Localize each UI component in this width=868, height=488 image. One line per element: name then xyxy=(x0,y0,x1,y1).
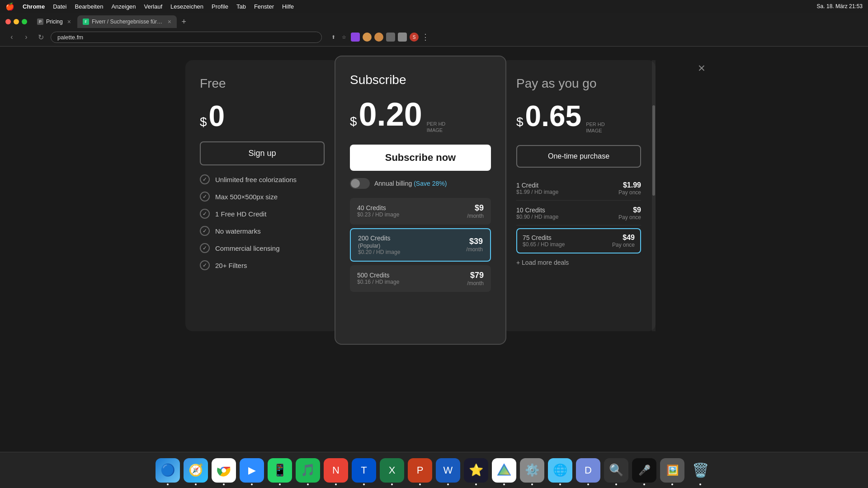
menu-profile[interactable]: Profile xyxy=(212,3,228,10)
subscribe-title: Subscribe xyxy=(350,73,491,87)
subscribe-price-label: PER HD IMAGE xyxy=(427,121,446,134)
browser-chrome: P Pricing × F Fiverr / Suchergebnisse fü… xyxy=(0,13,868,47)
plan-200-credits[interactable]: 200 Credits (Popular) $0.20 / HD image $… xyxy=(350,228,491,262)
forward-button[interactable]: › xyxy=(20,31,33,43)
payg-price-row: $ 0.65 PER HD IMAGE xyxy=(516,102,641,134)
apple-menu[interactable]: 🍎 xyxy=(5,2,14,11)
plan-500-sub: $0.16 / HD image xyxy=(357,279,399,285)
dock-trello[interactable]: T xyxy=(352,458,376,483)
payg-1-price: $1.99 xyxy=(618,181,641,189)
menu-verlauf[interactable]: Verlauf xyxy=(144,3,162,10)
share-icon[interactable]: ⬆ xyxy=(329,33,337,41)
dock-whatsapp[interactable]: 📱 xyxy=(268,458,292,483)
dock-zoom[interactable]: ▶ xyxy=(240,458,264,483)
payg-1-pay: Pay once xyxy=(618,189,641,196)
dock-audio[interactable]: 🎤 xyxy=(632,458,656,483)
tab-close-pricing[interactable]: × xyxy=(67,18,71,25)
dock-preview[interactable]: 🖼️ xyxy=(660,458,684,483)
fullscreen-window-button[interactable] xyxy=(22,19,27,24)
dock-word[interactable]: W xyxy=(436,458,460,483)
dock-safari[interactable]: 🧭 xyxy=(184,458,208,483)
dock-spotify[interactable]: 🎵 xyxy=(296,458,320,483)
free-features-list: ✓ Unlimited free colorizations ✓ Max 500… xyxy=(200,174,325,270)
feature-item: ✓ 20+ Filters xyxy=(200,260,325,270)
dock-trash[interactable]: 🗑️ xyxy=(688,458,712,483)
billing-save: (Save 28%) xyxy=(414,180,447,187)
payg-plan-1[interactable]: 1 Credit $1.99 / HD image $1.99 Pay once xyxy=(516,177,641,201)
menu-lesezeichen[interactable]: Lesezeichen xyxy=(170,3,203,10)
menu-bearbeiten[interactable]: Bearbeiten xyxy=(75,3,103,10)
menu-anzeigen[interactable]: Anzeigen xyxy=(111,3,136,10)
dock-excel[interactable]: X xyxy=(380,458,404,483)
load-more-button[interactable]: + Load more deals xyxy=(516,259,641,266)
menu-hilfe[interactable]: Hilfe xyxy=(282,3,294,10)
load-more-label: + Load more deals xyxy=(516,259,569,266)
page-content: Free $ 0 Sign up ✓ Unlimited free colori… xyxy=(0,47,868,455)
dock-system-prefs[interactable]: ⚙️ xyxy=(520,458,544,483)
scrollbar-track[interactable] xyxy=(652,60,656,331)
check-icon-5: ✓ xyxy=(200,260,210,270)
bookmark-icon[interactable]: ☆ xyxy=(340,33,348,41)
payg-10-sub: $0.90 / HD image xyxy=(516,214,558,220)
tab-close-fiverr[interactable]: × xyxy=(168,18,171,25)
plan-40-credits[interactable]: 40 Credits $0.23 / HD image $9 /month xyxy=(350,198,491,225)
traffic-lights xyxy=(5,19,27,24)
plan-500-credits[interactable]: 500 Credits $0.16 / HD image $79 /month xyxy=(350,265,491,292)
reload-button[interactable]: ↻ xyxy=(34,31,47,43)
extension-shield-icon[interactable] xyxy=(351,33,360,42)
menu-tab[interactable]: Tab xyxy=(236,3,246,10)
svg-point-2 xyxy=(222,468,226,473)
plan-40-sub: $0.23 / HD image xyxy=(357,211,399,218)
billing-toggle: Annual billing (Save 28%) xyxy=(350,178,491,189)
avatar-icon[interactable]: S xyxy=(410,33,419,42)
tab-title-fiverr: Fiverr / Suchergebnisse für „b… xyxy=(92,19,163,25)
feature-item: ✓ 1 Free HD Credit xyxy=(200,209,325,219)
free-price-dollar: $ xyxy=(200,115,207,129)
payg-10-name: 10 Credits xyxy=(516,206,558,214)
feature-label-2: 1 Free HD Credit xyxy=(215,210,266,218)
menu-dots-icon[interactable]: ⋮ xyxy=(421,33,429,41)
menu-datei[interactable]: Datei xyxy=(53,3,66,10)
new-tab-button[interactable]: + xyxy=(178,15,190,28)
annual-billing-toggle[interactable] xyxy=(350,178,370,189)
dock-powerpoint[interactable]: P xyxy=(408,458,432,483)
dock-finder[interactable]: 🔵 xyxy=(156,458,180,483)
close-pricing-button[interactable]: × xyxy=(693,60,710,76)
url-text: palette.fm xyxy=(57,34,83,41)
one-time-purchase-button[interactable]: One-time purchase xyxy=(516,145,641,168)
extension-icon-3[interactable] xyxy=(374,33,383,42)
menu-chrome[interactable]: Chrome xyxy=(23,3,45,10)
nav-buttons: ‹ › ↻ xyxy=(5,31,47,43)
payg-plan-75[interactable]: 75 Credits $0.65 / HD image $49 Pay once xyxy=(516,228,641,253)
minimize-window-button[interactable] xyxy=(14,19,19,24)
extension-icon-4[interactable] xyxy=(386,33,395,42)
payg-1-name: 1 Credit xyxy=(516,182,558,189)
dock-noteplan[interactable]: ⭐ xyxy=(464,458,488,483)
dock: 🔵 🧭 ▶ 📱 🎵 N T X P W ⭐ xyxy=(0,452,868,488)
dock-notes[interactable]: N xyxy=(324,458,348,483)
tab-favicon-fiverr: F xyxy=(83,19,89,25)
tab-pricing[interactable]: P Pricing × xyxy=(32,15,76,28)
payg-title: Pay as you go xyxy=(516,76,641,91)
url-bar[interactable]: palette.fm xyxy=(51,32,322,43)
address-bar-right: ⬆ ☆ S ⋮ xyxy=(329,33,429,42)
payg-plan-10[interactable]: 10 Credits $0.90 / HD image $9 Pay once xyxy=(516,202,641,225)
subscribe-now-button[interactable]: Subscribe now xyxy=(350,145,491,171)
extension-icon-2[interactable] xyxy=(363,33,372,42)
back-button[interactable]: ‹ xyxy=(5,31,18,43)
extension-icon-5[interactable] xyxy=(398,33,407,42)
scrollbar-thumb xyxy=(652,105,655,196)
tab-fiverr[interactable]: F Fiverr / Suchergebnisse für „b… × xyxy=(77,15,177,28)
dock-discord[interactable]: D xyxy=(576,458,600,483)
tab-title-pricing: Pricing xyxy=(46,19,63,25)
dock-google-drive[interactable] xyxy=(492,458,516,483)
dock-globe[interactable]: 🌐 xyxy=(548,458,572,483)
dock-chrome[interactable] xyxy=(212,458,236,483)
feature-item: ✓ No watermarks xyxy=(200,226,325,236)
close-window-button[interactable] xyxy=(5,19,11,24)
signup-button[interactable]: Sign up xyxy=(200,141,325,165)
menu-fenster[interactable]: Fenster xyxy=(254,3,274,10)
dock-quicklook[interactable]: 🔍 xyxy=(604,458,628,483)
feature-item: ✓ Max 500×500px size xyxy=(200,192,325,202)
feature-label-5: 20+ Filters xyxy=(215,262,247,269)
